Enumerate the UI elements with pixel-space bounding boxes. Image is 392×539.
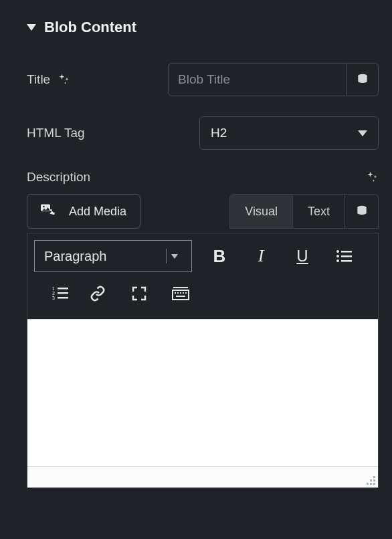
dynamic-tag-button[interactable] <box>347 63 379 96</box>
svg-rect-15 <box>58 297 68 299</box>
chevron-down-icon <box>358 130 367 136</box>
keyboard-icon <box>172 286 189 301</box>
sparkle-icon[interactable] <box>365 171 379 184</box>
editor-statusbar <box>27 466 378 488</box>
toolbar-toggle-button[interactable] <box>160 278 201 310</box>
svg-point-6 <box>336 255 339 257</box>
add-media-label: Add Media <box>69 205 126 219</box>
htmltag-value: H2 <box>211 126 227 140</box>
numbered-list-button[interactable]: 1 2 3 <box>43 278 77 310</box>
database-icon <box>356 73 369 86</box>
fullscreen-button[interactable] <box>118 278 160 310</box>
bullet-list-button[interactable] <box>323 240 365 272</box>
svg-rect-13 <box>58 292 68 294</box>
text-tab[interactable]: Text <box>293 194 345 229</box>
svg-rect-11 <box>58 288 68 290</box>
editor-toolbar-row2: 1 2 3 <box>27 276 378 319</box>
svg-point-2 <box>43 206 45 208</box>
resize-grip[interactable] <box>366 475 375 485</box>
svg-rect-21 <box>185 292 187 294</box>
title-input[interactable] <box>168 63 347 96</box>
underline-button[interactable]: U <box>282 240 323 272</box>
svg-text:3: 3 <box>52 296 55 300</box>
svg-text:2: 2 <box>52 291 55 296</box>
numbered-list-icon: 1 2 3 <box>52 287 68 300</box>
svg-rect-7 <box>341 255 352 257</box>
italic-button[interactable]: I <box>240 240 282 272</box>
title-input-wrap <box>168 63 379 96</box>
format-select[interactable]: Paragraph <box>34 240 192 272</box>
svg-rect-5 <box>341 251 352 253</box>
svg-point-4 <box>336 250 339 253</box>
svg-rect-17 <box>175 292 176 294</box>
editor-mode-tabs: Visual Text <box>229 194 379 229</box>
svg-rect-18 <box>177 292 179 294</box>
sparkle-icon <box>57 73 70 86</box>
section-title: Blob Content <box>44 19 136 36</box>
fullscreen-icon <box>132 286 146 301</box>
editor-toolbar-row1: Paragraph B I U <box>27 233 378 276</box>
description-label: Description <box>27 170 90 185</box>
editor-dynamic-button[interactable] <box>345 194 379 229</box>
svg-rect-20 <box>183 292 184 294</box>
title-field-row: Title <box>27 63 379 96</box>
format-value: Paragraph <box>44 249 106 264</box>
section-header[interactable]: Blob Content <box>27 19 379 36</box>
htmltag-select[interactable]: H2 <box>199 116 379 150</box>
svg-rect-23 <box>173 287 188 288</box>
title-label: Title <box>27 72 50 87</box>
description-label-row: Description <box>27 170 379 185</box>
svg-point-8 <box>336 259 339 262</box>
link-button[interactable] <box>77 278 118 310</box>
link-icon <box>90 286 106 302</box>
svg-rect-9 <box>341 260 352 262</box>
database-icon <box>355 205 369 218</box>
htmltag-label: HTML Tag <box>27 126 85 140</box>
add-media-button[interactable]: Add Media <box>27 194 140 229</box>
triangle-down-icon <box>27 24 36 31</box>
editor-top-row: Add Media Visual Text <box>27 194 379 229</box>
editor-content-area[interactable] <box>27 319 378 466</box>
bullet-list-icon <box>336 249 352 263</box>
svg-rect-16 <box>173 290 189 300</box>
triangle-down-icon <box>171 254 178 259</box>
title-label-wrap: Title <box>27 72 168 87</box>
htmltag-field-row: HTML Tag H2 <box>27 116 379 150</box>
visual-tab[interactable]: Visual <box>229 194 293 229</box>
bold-button[interactable]: B <box>199 240 240 272</box>
svg-rect-19 <box>180 292 181 294</box>
svg-rect-22 <box>176 296 185 297</box>
htmltag-label-wrap: HTML Tag <box>27 126 199 140</box>
wysiwyg-editor: Paragraph B I U 1 2 3 <box>27 233 379 488</box>
format-select-arrow <box>166 249 182 263</box>
media-icon <box>41 203 60 219</box>
